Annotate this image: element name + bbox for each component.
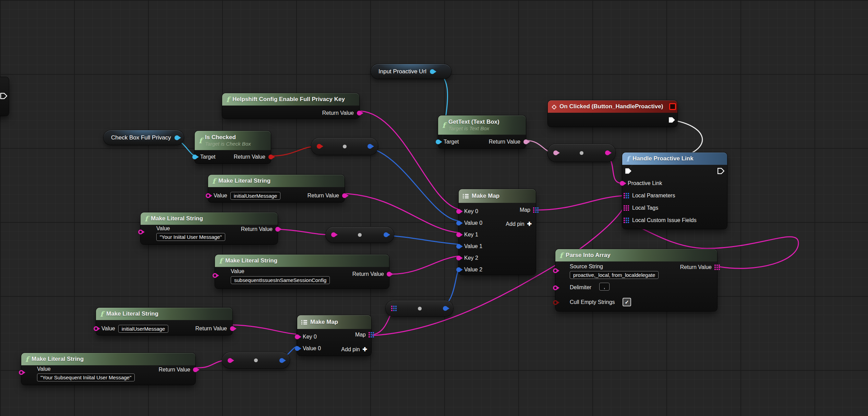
map-in-pin-icon[interactable] <box>391 306 397 311</box>
node-header[interactable]: f Make Literal String <box>215 255 389 267</box>
add-pin-button[interactable]: Add pin ✚ <box>341 346 367 353</box>
node-make-literal-string-3[interactable]: f Make Literal String Value subsequentIs… <box>215 255 389 289</box>
node-gettext-textbox[interactable]: f GetText (Text Box) Target is Text Box … <box>438 115 526 148</box>
map-out-pin-icon[interactable] <box>533 207 539 213</box>
string-in-pin-icon[interactable] <box>206 193 210 198</box>
value-textbox[interactable]: initialUserMessage <box>118 325 169 333</box>
source-string-textbox[interactable]: proactive,_local, from_localdelegate <box>570 271 659 279</box>
string-out-pin-icon[interactable] <box>342 193 347 198</box>
node-header[interactable]: f Make Literal String <box>96 308 232 320</box>
string-out-pin-icon[interactable] <box>357 111 362 115</box>
conversion-node-map-to-value[interactable] <box>386 301 453 316</box>
node-handle-proactive-link[interactable]: f Handle Proactive Link Proactive Link L… <box>622 152 727 229</box>
node-make-map-top[interactable]: Make Map Key 0 Value 0 Key 1 Value 1 Key… <box>459 189 536 275</box>
key-in-pin-icon[interactable] <box>456 256 461 260</box>
object-out-pin-icon[interactable] <box>430 69 435 74</box>
exec-out-pin-icon[interactable] <box>718 168 724 174</box>
value-out-pin-icon[interactable] <box>279 358 284 363</box>
conversion-node-string-to-value[interactable] <box>326 227 394 243</box>
bool-in-pin-icon[interactable] <box>553 300 558 305</box>
string-in-pin-icon[interactable] <box>553 285 558 290</box>
value-in-pin-icon[interactable] <box>456 267 461 272</box>
string-out-pin-icon[interactable] <box>275 227 280 232</box>
node-make-literal-string-4[interactable]: f Make Literal String Value initialUserM… <box>96 308 232 335</box>
bool-in-pin-icon[interactable] <box>317 144 322 149</box>
delimiter-textbox[interactable]: , <box>599 283 610 291</box>
string-in-pin-icon[interactable] <box>19 370 24 375</box>
node-parse-into-array[interactable]: f Parse Into Array Source String proacti… <box>555 249 717 311</box>
value-textbox[interactable]: subsequentIssuesInSameSessionConfig <box>231 276 330 284</box>
node-make-literal-string-1[interactable]: f Make Literal String Value initialUserM… <box>208 175 345 202</box>
node-header[interactable]: f Handle Proactive Link <box>622 152 727 165</box>
value-in-pin-icon[interactable] <box>456 244 461 249</box>
target-in-pin-icon[interactable] <box>436 139 441 144</box>
target-in-pin-icon[interactable] <box>192 155 197 159</box>
node-is-checked[interactable]: f Is Checked Target is Check Box Target … <box>195 131 271 163</box>
string-in-pin-icon[interactable] <box>331 232 336 237</box>
map-in-pin-icon[interactable] <box>624 218 629 223</box>
value-textbox[interactable]: initialUserMessage <box>230 192 281 200</box>
bool-out-pin-icon[interactable] <box>268 155 273 159</box>
value-out-pin-icon[interactable] <box>367 144 372 149</box>
node-on-clicked-event[interactable]: ◇ On Clicked (Button_HandleProactive) <box>548 100 677 127</box>
delegate-pin-icon[interactable] <box>669 103 676 110</box>
value-out-pin-icon[interactable] <box>443 306 448 311</box>
string-out-pin-icon[interactable] <box>193 367 198 372</box>
string-in-pin-icon[interactable] <box>228 358 232 363</box>
string-out-pin-icon[interactable] <box>387 272 391 277</box>
wire-string-literal2-to-conv[interactable] <box>278 229 331 235</box>
node-header[interactable]: f Is Checked Target is Check Box <box>195 131 271 150</box>
node-header[interactable]: f Make Literal String <box>141 212 278 225</box>
node-header[interactable]: ◇ On Clicked (Button_HandleProactive) <box>548 100 677 113</box>
key-in-pin-icon[interactable] <box>456 232 461 237</box>
map-out-pin-icon[interactable] <box>369 332 374 338</box>
exec-in-pin-icon[interactable] <box>625 168 632 174</box>
node-header[interactable]: f Helpshift Config Enable Full Privacy K… <box>222 93 359 106</box>
node-header[interactable]: f Make Literal String <box>208 175 345 187</box>
value-out-pin-icon[interactable] <box>384 232 388 237</box>
text-in-pin-icon[interactable] <box>553 150 558 155</box>
wire-map-makemap-to-localparameters[interactable] <box>533 196 623 210</box>
wire-string-literal4-to-key0bottom[interactable] <box>231 325 296 334</box>
value-in-pin-icon[interactable] <box>295 346 300 351</box>
node-helpshift-config[interactable]: f Helpshift Config Enable Full Privacy K… <box>222 93 359 119</box>
string-out-pin-icon[interactable] <box>605 150 610 155</box>
exec-out-pin-icon[interactable] <box>668 117 675 123</box>
node-header[interactable]: Make Map <box>459 189 536 203</box>
node-header[interactable]: f GetText (Text Box) Target is Text Box <box>438 115 526 135</box>
object-out-pin-icon[interactable] <box>174 135 179 140</box>
node-make-literal-string-5[interactable]: f Make Literal String Value "Your Subseq… <box>21 353 195 385</box>
cull-empty-strings-checkbox[interactable]: ✓ <box>623 298 631 306</box>
conversion-node-text-to-string[interactable] <box>548 144 615 162</box>
conversion-node-string-to-value-bottom[interactable] <box>222 352 290 368</box>
wire-bool-ischecked-to-conv[interactable] <box>273 146 317 156</box>
value-in-pin-icon[interactable] <box>456 221 461 225</box>
offscreen-node-partial[interactable] <box>0 77 9 116</box>
key-in-pin-icon[interactable] <box>295 334 300 339</box>
array-in-pin-icon[interactable] <box>624 205 629 211</box>
string-in-pin-icon[interactable] <box>620 181 625 186</box>
blueprint-graph-canvas[interactable]: Input Proactive Url Check Box Full Priva… <box>0 0 868 416</box>
key-in-pin-icon[interactable] <box>456 209 461 214</box>
array-out-pin-icon[interactable] <box>714 265 720 270</box>
string-in-pin-icon[interactable] <box>553 268 558 273</box>
conversion-node-bool-to-value[interactable] <box>311 138 378 155</box>
variable-get-input-proactive-url[interactable]: Input Proactive Url <box>371 64 451 79</box>
node-header[interactable]: f Parse Into Array <box>555 249 717 261</box>
text-out-pin-icon[interactable] <box>523 139 528 144</box>
value-textbox[interactable]: "Your Iniital User Message" <box>156 233 225 241</box>
variable-get-check-box-full-privacy[interactable]: Check Box Full Privacy <box>104 130 184 145</box>
node-header[interactable]: Make Map <box>297 315 371 329</box>
string-out-pin-icon[interactable] <box>230 326 235 331</box>
string-in-pin-icon[interactable] <box>213 273 217 278</box>
string-in-pin-icon[interactable] <box>94 326 98 331</box>
wire-string-literal3-to-key2[interactable] <box>391 256 459 274</box>
node-make-map-bottom[interactable]: Make Map Key 0 Value 0 Map Add pin ✚ <box>297 315 371 356</box>
wire-value0-conv-to-makemap[interactable] <box>361 146 459 221</box>
string-in-pin-icon[interactable] <box>138 230 143 234</box>
value-textbox[interactable]: "Your Subsequent Iniital User Message" <box>37 374 135 381</box>
exec-out-pin-icon[interactable] <box>0 93 7 99</box>
add-pin-button[interactable]: Add pin ✚ <box>506 221 532 227</box>
map-in-pin-icon[interactable] <box>624 193 629 198</box>
node-header[interactable]: f Make Literal String <box>21 353 195 365</box>
